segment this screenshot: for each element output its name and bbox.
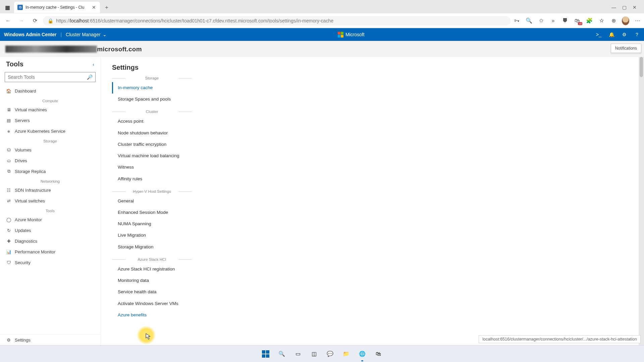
tool-aks[interactable]: ⎈Azure Kubernetes Service xyxy=(0,126,100,136)
tool-label: Azure Monitor xyxy=(15,217,42,222)
taskbar-search[interactable]: 🔍 xyxy=(276,349,287,359)
profile-avatar[interactable] xyxy=(622,17,629,24)
browser-tab[interactable]: ⧉ In-memory cache - Settings - Clu ✕ xyxy=(14,2,100,13)
volume-icon: ⛁ xyxy=(6,147,11,153)
help-icon[interactable]: ? xyxy=(634,32,640,38)
sdn-icon: ☷ xyxy=(6,187,11,193)
back-button[interactable]: ← xyxy=(3,15,13,26)
tool-label: Virtual machines xyxy=(15,107,47,112)
edge-browser[interactable]: 🌐 xyxy=(357,349,368,359)
diag-icon: ✚ xyxy=(6,238,11,244)
vswitch-icon: ⇄ xyxy=(6,198,11,203)
minimize-button[interactable]: — xyxy=(611,5,616,10)
setting-in-memory-cache[interactable]: In-memory cache xyxy=(112,82,192,94)
settings-group-label: Cluster xyxy=(112,110,192,114)
tool-label: Drives xyxy=(15,158,27,163)
shield-icon[interactable]: ⛊ xyxy=(561,17,569,24)
chat[interactable]: 💬 xyxy=(325,349,335,359)
home-icon: 🏠 xyxy=(6,88,11,94)
maximize-button[interactable]: ▢ xyxy=(622,5,627,10)
context-picker[interactable]: Cluster Manager ⌄ xyxy=(66,32,107,37)
site-info-icon[interactable]: 🔒 xyxy=(48,18,53,23)
store[interactable]: 🛍 xyxy=(373,349,384,359)
tool-label: Dashboard xyxy=(15,88,36,94)
tool-servers[interactable]: ▤Servers xyxy=(0,115,100,126)
notifications-icon[interactable]: 🔔 xyxy=(608,32,614,38)
setting-affinity[interactable]: Affinity rules xyxy=(112,173,192,185)
setting-hci-registration[interactable]: Azure Stack HCI registration xyxy=(112,263,192,275)
vertical-scrollbar[interactable] xyxy=(639,57,644,345)
tool-diagnostics[interactable]: ✚Diagnostics xyxy=(0,236,100,246)
setting-node-shutdown[interactable]: Node shutdown behavior xyxy=(112,127,192,139)
setting-activate-ws-vms[interactable]: Activate Windows Server VMs xyxy=(112,298,192,309)
tool-group-label: Tools xyxy=(0,206,100,214)
settings-group-label: Hyper-V Host Settings xyxy=(112,189,192,193)
setting-service-health[interactable]: Service health data xyxy=(112,286,192,298)
start-button[interactable] xyxy=(260,349,271,359)
task-view[interactable]: ▭ xyxy=(292,349,303,359)
address-bar: ← → ⟳ 🔒 https://localhost:6516/clusterma… xyxy=(0,13,644,28)
setting-azure-benefits[interactable]: Azure benefits xyxy=(112,309,192,321)
powershell-icon[interactable]: >_ xyxy=(596,32,602,38)
favorite-icon[interactable]: ✩ xyxy=(537,17,545,24)
setting-enhanced-session[interactable]: Enhanced Session Mode xyxy=(112,207,192,218)
setting-hv-general[interactable]: General xyxy=(112,195,192,207)
tool-virtual-switches[interactable]: ⇄Virtual switches xyxy=(0,195,100,206)
tool-updates[interactable]: ↻Updates xyxy=(0,225,100,236)
collapse-panel-icon[interactable]: ‹ xyxy=(93,62,94,67)
setting-vm-load-balancing[interactable]: Virtual machine load balancing xyxy=(112,150,192,162)
cursor-icon xyxy=(146,333,151,340)
menu-button[interactable]: ⋯ xyxy=(634,17,641,24)
tool-drives[interactable]: ⛀Drives xyxy=(0,155,100,166)
close-window-button[interactable]: ✕ xyxy=(633,5,637,10)
search-input[interactable] xyxy=(8,74,87,80)
zoom-icon[interactable]: 🔍 xyxy=(525,17,533,24)
find-icon[interactable]: 🗝 xyxy=(513,17,521,24)
tools-title: Tools xyxy=(6,60,23,68)
tool-label: Settings xyxy=(15,338,31,343)
wac-brand[interactable]: Windows Admin Center xyxy=(4,32,56,37)
setting-live-migration[interactable]: Live Migration xyxy=(112,230,192,241)
tool-security[interactable]: 🛡Security xyxy=(0,257,100,268)
perf-icon: 📊 xyxy=(6,249,11,254)
setting-storage-spaces[interactable]: Storage Spaces and pools xyxy=(112,94,192,105)
tool-search[interactable]: 🔎 xyxy=(5,72,96,82)
overflow-chevron-icon[interactable]: » xyxy=(549,17,557,24)
favorites-hub-icon[interactable]: ✫ xyxy=(598,17,605,24)
shopping-icon[interactable]: 🛍10 xyxy=(574,17,581,24)
tool-virtual-machines[interactable]: 🖥Virtual machines xyxy=(0,104,100,115)
gear-icon: ⚙ xyxy=(6,337,11,343)
new-tab-button[interactable]: ＋ xyxy=(102,3,111,12)
ms-brand: Microsoft xyxy=(107,32,596,38)
file-explorer[interactable]: 📁 xyxy=(341,349,352,359)
close-tab-button[interactable]: ✕ xyxy=(91,5,97,10)
tool-volumes[interactable]: ⛁Volumes xyxy=(0,144,100,155)
tool-settings[interactable]: ⚙ Settings xyxy=(0,335,100,345)
tool-perf-monitor[interactable]: 📊Performance Monitor xyxy=(0,246,100,257)
refresh-button[interactable]: ⟳ xyxy=(30,15,40,26)
tab-strip: ▦ ⧉ In-memory cache - Settings - Clu ✕ ＋… xyxy=(0,0,644,13)
setting-numa[interactable]: NUMA Spanning xyxy=(112,218,192,230)
forward-button[interactable]: → xyxy=(16,15,27,26)
tool-sdn[interactable]: ☷SDN Infrastructure xyxy=(0,185,100,195)
url-field[interactable]: 🔒 https://localhost:6516/clustermanager/… xyxy=(43,16,511,25)
tool-label: Volumes xyxy=(15,147,32,153)
setting-traffic-encryption[interactable]: Cluster traffic encryption xyxy=(112,139,192,150)
tool-label: Virtual switches xyxy=(15,198,45,203)
tool-label: Diagnostics xyxy=(15,239,37,244)
tool-azure-monitor[interactable]: ◯Azure Monitor xyxy=(0,214,100,225)
settings-icon[interactable]: ⚙ xyxy=(621,32,627,38)
setting-monitoring-data[interactable]: Monitoring data xyxy=(112,275,192,286)
tool-storage-replica[interactable]: ⧉Storage Replica xyxy=(0,166,100,177)
collections-icon[interactable]: ⊕ xyxy=(610,17,617,24)
setting-storage-migration[interactable]: Storage Migration xyxy=(112,241,192,253)
widgets[interactable]: ◫ xyxy=(309,349,319,359)
tool-label: Storage Replica xyxy=(15,169,46,174)
tab-actions-button[interactable]: ▦ xyxy=(3,3,12,12)
status-bar-url: localhost:6516/clustermanager/connection… xyxy=(479,335,641,343)
extensions-icon[interactable]: 🧩 xyxy=(586,17,593,24)
tab-title: In-memory cache - Settings - Clu xyxy=(25,5,84,10)
setting-witness[interactable]: Witness xyxy=(112,162,192,173)
tool-dashboard[interactable]: 🏠Dashboard xyxy=(0,85,100,96)
setting-access-point[interactable]: Access point xyxy=(112,116,192,127)
